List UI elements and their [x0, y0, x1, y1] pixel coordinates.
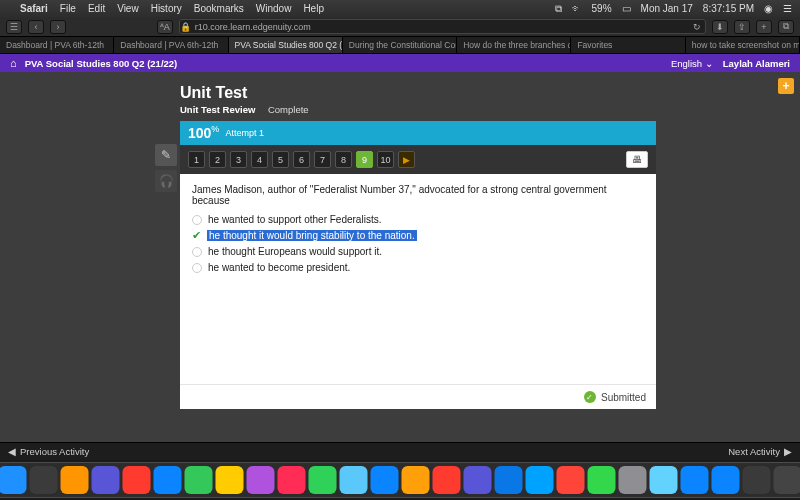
attempt-label: Attempt 1 [225, 128, 264, 138]
qnav-1[interactable]: 1 [188, 151, 205, 168]
sidebar-toggle-icon[interactable]: ☰ [6, 20, 22, 34]
pencil-tool-icon[interactable]: ✎ [155, 144, 177, 166]
prev-activity[interactable]: Previous Activity [20, 446, 89, 457]
forward-button[interactable]: › [50, 20, 66, 34]
dock-app-icon[interactable] [185, 466, 213, 494]
browser-tab[interactable]: Favorites [571, 37, 685, 53]
language-dropdown[interactable]: English ⌄ [671, 58, 713, 69]
question-area: James Madison, author of "Federalist Num… [180, 174, 656, 384]
print-button[interactable]: 🖶 [626, 151, 648, 168]
qnav-next[interactable]: ▶ [398, 151, 415, 168]
browser-tab[interactable]: How do the three branches of t... [457, 37, 571, 53]
qnav-10[interactable]: 10 [377, 151, 394, 168]
add-button[interactable]: + [778, 78, 794, 94]
menu-bookmarks[interactable]: Bookmarks [194, 3, 244, 14]
siri-icon[interactable]: ◉ [764, 3, 773, 14]
dock-app-icon[interactable] [123, 466, 151, 494]
dock-app-icon[interactable] [619, 466, 647, 494]
dock-app-icon[interactable] [61, 466, 89, 494]
dock-app-icon[interactable] [92, 466, 120, 494]
app-name[interactable]: Safari [20, 3, 48, 14]
option-row-correct[interactable]: ✔ he thought it would bring stability to… [192, 230, 644, 241]
dock-app-icon[interactable] [0, 466, 27, 494]
assignment-header: Unit Test Unit Test Review Complete [180, 78, 656, 121]
qnav-8[interactable]: 8 [335, 151, 352, 168]
radio-icon[interactable] [192, 247, 202, 257]
prev-activity-arrow-icon[interactable]: ◀ [8, 446, 16, 457]
dock-app-icon[interactable] [216, 466, 244, 494]
control-center-icon[interactable]: ☰ [783, 3, 792, 14]
menu-view[interactable]: View [117, 3, 139, 14]
reload-icon[interactable]: ↻ [693, 22, 705, 32]
home-icon[interactable]: ⌂ [10, 57, 17, 69]
submitted-check-icon: ✓ [584, 391, 596, 403]
screen-mirror-icon[interactable]: ⧉ [555, 3, 562, 15]
dock-app-icon[interactable] [278, 466, 306, 494]
dock-app-icon[interactable] [340, 466, 368, 494]
dock-app-icon[interactable] [526, 466, 554, 494]
qnav-3[interactable]: 3 [230, 151, 247, 168]
dock-app-icon[interactable] [743, 466, 771, 494]
dock-app-icon[interactable] [154, 466, 182, 494]
option-text: he wanted to become president. [208, 262, 350, 273]
dock-app-icon[interactable] [433, 466, 461, 494]
user-name[interactable]: Laylah Alameri [723, 58, 790, 69]
dock-app-icon[interactable] [30, 466, 58, 494]
dock-app-icon[interactable] [464, 466, 492, 494]
qnav-6[interactable]: 6 [293, 151, 310, 168]
menu-window[interactable]: Window [256, 3, 292, 14]
url-bar[interactable]: 🔒 r10.core.learn.edgenuity.com ↻ [179, 19, 706, 34]
qnav-7[interactable]: 7 [314, 151, 331, 168]
assignment-title: Unit Test [180, 84, 656, 102]
dock-app-icon[interactable] [309, 466, 337, 494]
dock-app-icon[interactable] [774, 466, 801, 494]
dock-app-icon[interactable] [712, 466, 740, 494]
next-activity[interactable]: Next Activity [728, 446, 780, 457]
option-row[interactable]: he wanted to become president. [192, 262, 644, 273]
menu-history[interactable]: History [151, 3, 182, 14]
course-bar: ⌂ PVA Social Studies 800 Q2 (21/22) Engl… [0, 54, 800, 72]
dock-app-icon[interactable] [495, 466, 523, 494]
safari-toolbar: ☰ ‹ › ᴬA 🔒 r10.core.learn.edgenuity.com … [0, 17, 800, 37]
browser-tab[interactable]: During the Constitutional Conv... [343, 37, 457, 53]
menu-file[interactable]: File [60, 3, 76, 14]
dock-app-icon[interactable] [557, 466, 585, 494]
dock-app-icon[interactable] [247, 466, 275, 494]
download-button[interactable]: ⬇ [712, 20, 728, 34]
radio-icon[interactable] [192, 215, 202, 225]
share-button[interactable]: ⇪ [734, 20, 750, 34]
reader-button[interactable]: ᴬA [157, 20, 173, 34]
battery-icon: ▭ [622, 3, 631, 14]
browser-tab[interactable]: Dashboard | PVA 6th-12th [0, 37, 114, 53]
qnav-4[interactable]: 4 [251, 151, 268, 168]
headphones-tool-icon[interactable]: 🎧 [155, 170, 177, 192]
tabs-button[interactable]: ⧉ [778, 20, 794, 34]
option-row[interactable]: he thought Europeans would support it. [192, 246, 644, 257]
newtab-button[interactable]: + [756, 20, 772, 34]
menu-edit[interactable]: Edit [88, 3, 105, 14]
content-stage: + ✎ 🎧 Unit Test Unit Test Review Complet… [0, 72, 800, 445]
qnav-5[interactable]: 5 [272, 151, 289, 168]
menu-help[interactable]: Help [303, 3, 324, 14]
dock-app-icon[interactable] [402, 466, 430, 494]
next-activity-arrow-icon[interactable]: ▶ [784, 446, 792, 457]
option-row[interactable]: he wanted to support other Federalists. [192, 214, 644, 225]
mac-dock [0, 462, 800, 498]
dock-app-icon[interactable] [371, 466, 399, 494]
mac-menubar: Safari File Edit View History Bookmarks … [0, 0, 800, 17]
back-button[interactable]: ‹ [28, 20, 44, 34]
activity-nav: ◀ Previous Activity Next Activity ▶ [0, 442, 800, 460]
url-text: r10.core.learn.edgenuity.com [195, 22, 311, 32]
dock-app-icon[interactable] [681, 466, 709, 494]
browser-tab[interactable]: how to take screenshot on mac... [686, 37, 800, 53]
assignment-card: Unit Test Unit Test Review Complete 100%… [180, 78, 656, 409]
dock-app-icon[interactable] [588, 466, 616, 494]
question-prompt: James Madison, author of "Federalist Num… [192, 184, 644, 206]
qnav-9-current[interactable]: 9 [356, 151, 373, 168]
browser-tab-active[interactable]: PVA Social Studies 800 Q2 (21/... [229, 37, 343, 53]
wifi-icon[interactable]: ᯤ [572, 3, 582, 14]
browser-tab[interactable]: Dashboard | PVA 6th-12th [114, 37, 228, 53]
radio-icon[interactable] [192, 263, 202, 273]
dock-app-icon[interactable] [650, 466, 678, 494]
qnav-2[interactable]: 2 [209, 151, 226, 168]
